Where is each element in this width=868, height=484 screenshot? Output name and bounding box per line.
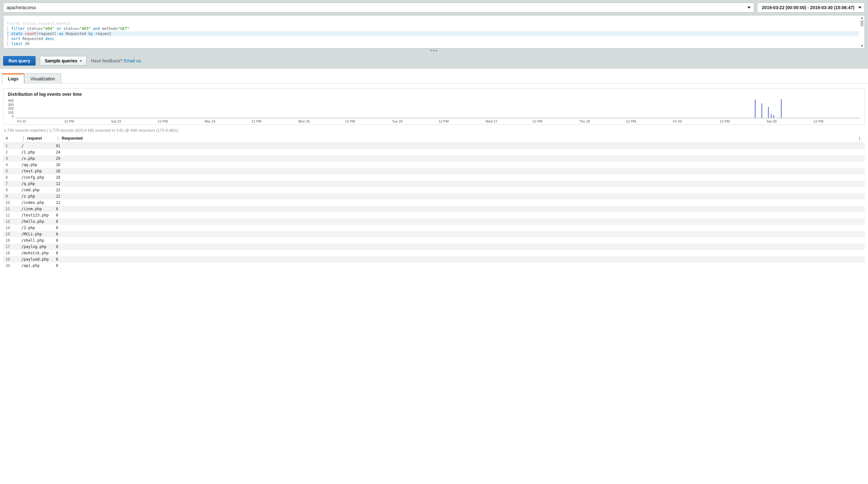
cell-index: 19 — [3, 256, 19, 262]
chart-bar[interactable] — [755, 99, 756, 118]
cell-request: /payload.php — [19, 256, 54, 262]
cell-request: /test123.php — [19, 212, 54, 218]
table-row[interactable]: 11/izom.php8 — [3, 206, 865, 212]
table-row[interactable]: 1/61 — [3, 143, 865, 149]
cell-requested: 11 — [54, 199, 865, 206]
cell-requested: 24 — [54, 149, 865, 155]
table-row[interactable]: 9/z.php12 — [3, 193, 865, 199]
cell-requested: 12 — [54, 193, 865, 199]
table-row[interactable]: 19/payload.php8 — [3, 256, 865, 262]
table-row[interactable]: 17/paylog.php8 — [3, 244, 865, 250]
table-row[interactable]: 13/hello.php8 — [3, 218, 865, 225]
cell-index: 11 — [3, 206, 19, 212]
x-tick: 12 PM — [813, 119, 860, 123]
cell-requested: 16 — [54, 168, 865, 174]
column-header-request[interactable]: ⋮request — [19, 134, 54, 143]
chart-plot-area[interactable] — [16, 98, 860, 118]
table-row[interactable]: 2/1.php24 — [3, 149, 865, 155]
top-bar: apache/access 2019-03-22 (00:00:00) - 20… — [0, 0, 868, 15]
chart-bar[interactable] — [773, 115, 774, 118]
scroll-down-icon[interactable]: ▼ — [861, 44, 864, 48]
x-tick: Fri 29 — [673, 119, 720, 123]
cell-requested: 8 — [54, 244, 865, 250]
cell-requested: 8 — [54, 250, 865, 256]
table-row[interactable]: 15/MCLi.php8 — [3, 231, 865, 237]
chart-bar[interactable] — [761, 103, 762, 118]
chevron-down-icon — [747, 7, 751, 8]
scroll-up-icon[interactable]: ▲ — [861, 16, 864, 20]
table-row[interactable]: 18/muhstik.php8 — [3, 250, 865, 256]
cell-requested: 8 — [54, 231, 865, 237]
cell-requested: 16 — [54, 174, 865, 180]
column-header-index[interactable]: # — [3, 134, 19, 143]
cell-request: /muhstik.php — [19, 250, 54, 256]
table-row[interactable]: 12/test123.php8 — [3, 212, 865, 218]
x-tick: 12 PM — [345, 119, 392, 123]
x-tick: 12 PM — [532, 119, 580, 123]
cell-requested: 8 — [54, 262, 865, 269]
chart-bar[interactable] — [781, 99, 782, 118]
query-editor[interactable]: fields status,request,method | filter st… — [3, 15, 865, 49]
chart-bar[interactable] — [768, 107, 769, 118]
log-group-dropdown[interactable]: apache/access — [3, 2, 754, 12]
table-row[interactable]: 7/q.php12 — [3, 180, 865, 187]
column-header-requested[interactable]: ⋮Requested ⋮ — [54, 134, 865, 143]
cell-request: /izom.php — [19, 206, 54, 212]
table-settings-icon[interactable]: ⋮ — [858, 136, 862, 141]
resize-handle[interactable]: ••• — [0, 49, 868, 54]
chart-x-axis: Fri 2212 PMSat 2312 PMMar 2412 PMMon 251… — [8, 119, 860, 123]
sample-queries-dropdown[interactable]: Sample queries ▾ — [40, 56, 87, 65]
table-row[interactable]: 10/index.php11 — [3, 199, 865, 206]
scroll-thumb[interactable] — [861, 20, 864, 26]
cell-index: 7 — [3, 180, 19, 187]
table-row[interactable]: 3/x.php20 — [3, 155, 865, 162]
x-tick: Fri 22 — [17, 119, 64, 123]
table-row[interactable]: 4/qq.php20 — [3, 162, 865, 168]
grip-icon: ⋮ — [22, 136, 25, 141]
chart-y-axis: 4003002001000 — [8, 98, 16, 118]
chart-bar[interactable] — [771, 114, 772, 118]
feedback-text: Have feedback? Email us. — [91, 58, 142, 63]
tabs: Logs Visualization — [0, 73, 868, 84]
cell-index: 8 — [3, 187, 19, 193]
cell-request: /1.php — [19, 149, 54, 155]
table-row[interactable]: 20/api.php8 — [3, 262, 865, 269]
x-tick: 12 PM — [251, 119, 298, 123]
email-us-link[interactable]: Email us. — [124, 58, 142, 63]
x-tick: 12 PM — [64, 119, 111, 123]
x-tick: Sat 23 — [111, 119, 158, 123]
x-tick: Thu 28 — [579, 119, 626, 123]
cell-index: 9 — [3, 193, 19, 199]
cell-request: /shell.php — [19, 237, 54, 244]
x-tick: 12 PM — [720, 119, 767, 123]
table-row[interactable]: 5/test.php16 — [3, 168, 865, 174]
cell-request: /confg.php — [19, 174, 54, 180]
y-tick: 400 — [8, 98, 13, 103]
x-tick: Mon 25 — [298, 119, 345, 123]
cell-requested: 8 — [54, 206, 865, 212]
run-query-button[interactable]: Run query — [3, 56, 36, 65]
results-table: # ⋮request ⋮Requested ⋮ 1/612/1.php243/x… — [3, 134, 865, 269]
cell-request: /q.php — [19, 180, 54, 187]
cell-index: 10 — [3, 199, 19, 206]
table-row[interactable]: 6/confg.php16 — [3, 174, 865, 180]
y-tick: 200 — [8, 107, 13, 110]
chart-title: Distribution of log events over time — [8, 92, 860, 97]
cell-request: /z.php — [19, 193, 54, 199]
cell-requested: 20 — [54, 162, 865, 168]
cell-requested: 8 — [54, 225, 865, 231]
tab-logs[interactable]: Logs — [2, 74, 24, 84]
table-row[interactable]: 8/cmd.php12 — [3, 187, 865, 193]
cell-index: 18 — [3, 250, 19, 256]
chevron-down-icon: ▾ — [80, 59, 82, 63]
time-range-dropdown[interactable]: 2019-03-22 (00:00:00) - 2019-03-30 (15:0… — [757, 2, 865, 12]
table-row[interactable]: 16/shell.php8 — [3, 237, 865, 244]
sample-queries-label: Sample queries — [45, 58, 78, 63]
tab-visualization[interactable]: Visualization — [24, 74, 61, 84]
editor-scrollbar[interactable]: ▲ ▼ — [860, 16, 865, 48]
cell-index: 15 — [3, 231, 19, 237]
cell-requested: 8 — [54, 218, 865, 225]
table-row[interactable]: 14/2.php8 — [3, 225, 865, 231]
time-range-value: 2019-03-22 (00:00:00) - 2019-03-30 (15:0… — [762, 5, 855, 10]
grip-icon: ⋮ — [56, 136, 60, 141]
